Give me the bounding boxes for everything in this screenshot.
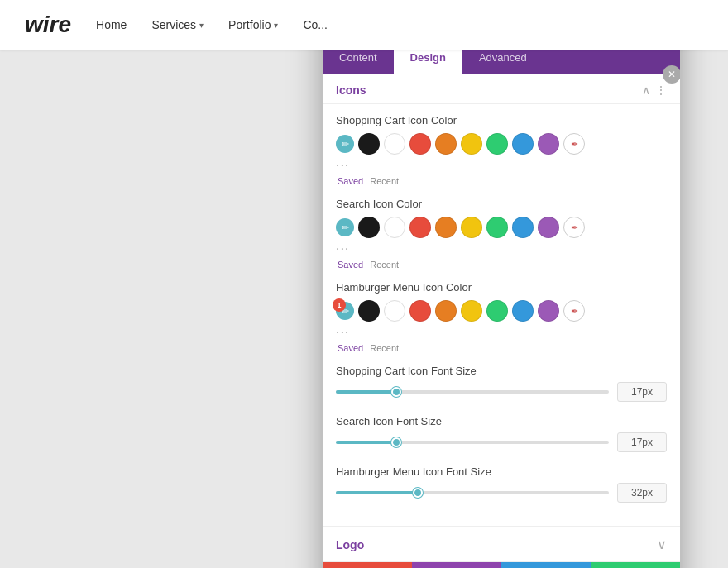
color-orange-3[interactable] <box>435 300 457 322</box>
search-selected-color[interactable]: ✏ <box>336 218 354 236</box>
search-icon-color-label: Search Icon Color <box>336 198 667 210</box>
color-black-2[interactable] <box>358 217 380 238</box>
eyedropper-icon-3[interactable]: ✒ <box>563 300 585 322</box>
hamburger-color-block: Hamburger Menu Icon Color 1 ✏ ✒ <box>336 281 667 353</box>
nav-home[interactable]: Home <box>96 18 127 31</box>
chevron-down-icon: ▾ <box>274 21 278 30</box>
color-yellow-3[interactable] <box>461 300 482 322</box>
cancel-button[interactable]: ✕ <box>323 562 412 568</box>
search-slider-track[interactable] <box>336 441 609 444</box>
nav-portfolio-label: Portfolio <box>228 18 271 31</box>
color-black-3[interactable] <box>358 300 380 322</box>
saved-recent-3: Saved Recent <box>336 343 667 353</box>
search-icon-color-block: Search Icon Color ✏ ✒ ··· Saved Recen <box>336 198 667 270</box>
saved-recent-1: Saved Recent <box>336 176 667 186</box>
shopping-cart-slider-track[interactable] <box>336 390 609 394</box>
nav-co[interactable]: Co... <box>303 18 328 31</box>
saved-label-2[interactable]: Saved <box>338 260 363 270</box>
undo-button[interactable]: ↩ <box>412 562 501 568</box>
section-collapse-icons: ∧ ⋮ <box>642 84 667 97</box>
logo-section-title: Logo <box>336 538 364 551</box>
color-orange-2[interactable] <box>435 217 457 238</box>
section-menu-icon[interactable]: ⋮ <box>655 84 667 97</box>
color-white-3[interactable] <box>384 300 405 322</box>
logo-section[interactable]: Logo ∨ <box>323 526 680 561</box>
color-red-1[interactable] <box>410 133 431 155</box>
modal-body: Icons ∧ ⋮ Shopping Cart Icon Color ✏ <box>323 74 680 561</box>
hamburger-font-size-section: Hamburger Menu Icon Font Size <box>336 465 667 503</box>
shopping-cart-color-row: ✏ ✒ <box>336 133 667 155</box>
nav-portfolio[interactable]: Portfolio ▾ <box>228 18 278 31</box>
search-color-row: ✏ ✒ <box>336 217 667 238</box>
color-blue-1[interactable] <box>512 133 534 155</box>
eyedropper-icon-1[interactable]: ✒ <box>563 133 585 155</box>
shopping-cart-color-block: Shopping Cart Icon Color ✏ ✒ ··· Saved <box>336 114 667 186</box>
collapse-icon[interactable]: ∧ <box>642 84 650 97</box>
redo-button[interactable]: ↪ <box>501 562 591 568</box>
search-font-size-row <box>336 432 667 452</box>
shopping-cart-font-size-input[interactable] <box>617 382 667 402</box>
color-yellow-2[interactable] <box>461 217 482 238</box>
recent-label-3[interactable]: Recent <box>370 343 399 353</box>
saved-label-3[interactable]: Saved <box>338 343 363 353</box>
color-black-1[interactable] <box>358 133 380 155</box>
color-green-3[interactable] <box>486 300 508 322</box>
dots-more-2[interactable]: ··· <box>336 241 667 256</box>
icons-section-content: Shopping Cart Icon Color ✏ ✒ ··· Saved <box>323 104 680 526</box>
icons-section-title: Icons <box>336 84 366 97</box>
nav-services-label: Services <box>151 18 196 31</box>
color-blue-3[interactable] <box>512 300 534 322</box>
color-purple-3[interactable] <box>538 300 559 322</box>
color-green-2[interactable] <box>486 217 508 238</box>
recent-label-2[interactable]: Recent <box>370 260 399 270</box>
color-white-2[interactable] <box>384 217 405 238</box>
color-purple-2[interactable] <box>538 217 559 238</box>
save-button[interactable]: ✓ <box>591 562 680 568</box>
modal-footer: ✕ ↩ ↪ ✓ <box>323 561 680 568</box>
dots-more-3[interactable]: ··· <box>336 325 667 340</box>
eyedropper-icon-2[interactable]: ✒ <box>563 217 585 238</box>
color-red-3[interactable] <box>410 300 431 322</box>
chevron-down-icon[interactable]: ∨ <box>657 537 667 552</box>
shopping-cart-selected-color[interactable]: ✏ <box>336 135 354 153</box>
search-font-size-label: Search Icon Font Size <box>336 415 667 427</box>
modal-close-button[interactable]: ✕ <box>663 65 680 84</box>
logo: wire <box>25 12 71 38</box>
color-red-2[interactable] <box>410 217 431 238</box>
navbar: wire Home Services ▾ Portfolio ▾ Co... <box>0 0 728 50</box>
nav-co-label: Co... <box>303 18 328 31</box>
shopping-cart-color-label: Shopping Cart Icon Color <box>336 114 667 126</box>
color-blue-2[interactable] <box>512 217 534 238</box>
recent-label-1[interactable]: Recent <box>370 176 399 186</box>
color-green-1[interactable] <box>486 133 508 155</box>
dots-more-1[interactable]: ··· <box>336 158 667 173</box>
shopping-cart-font-size-section: Shopping Cart Icon Font Size <box>336 365 667 402</box>
search-font-size-input[interactable] <box>617 432 667 452</box>
saved-label-1[interactable]: Saved <box>338 176 363 186</box>
hamburger-color-row: 1 ✏ ✒ <box>336 300 667 322</box>
hamburger-font-size-input[interactable] <box>617 483 667 503</box>
color-orange-1[interactable] <box>435 133 457 155</box>
chevron-down-icon: ▾ <box>199 21 204 30</box>
hamburger-slider-track[interactable] <box>336 491 609 494</box>
saved-recent-2: Saved Recent <box>336 260 667 270</box>
menu-settings-modal: Menu Settings ⊙ ⊞ ⋮ Content Design Advan… <box>323 4 680 568</box>
search-font-size-section: Search Icon Font Size <box>336 415 667 452</box>
hamburger-font-size-label: Hamburger Menu Icon Font Size <box>336 465 667 478</box>
shopping-cart-font-size-row <box>336 382 667 402</box>
color-yellow-1[interactable] <box>461 133 482 155</box>
hamburger-font-size-row <box>336 483 667 503</box>
color-white-1[interactable] <box>384 133 405 155</box>
hamburger-color-label: Hamburger Menu Icon Color <box>336 281 667 294</box>
icons-section-header: Icons ∧ ⋮ <box>323 74 680 104</box>
nav-services[interactable]: Services ▾ <box>151 18 204 31</box>
nav-home-label: Home <box>96 18 127 31</box>
color-purple-1[interactable] <box>538 133 559 155</box>
notification-badge: 1 <box>333 298 346 312</box>
shopping-cart-font-size-label: Shopping Cart Icon Font Size <box>336 365 667 377</box>
